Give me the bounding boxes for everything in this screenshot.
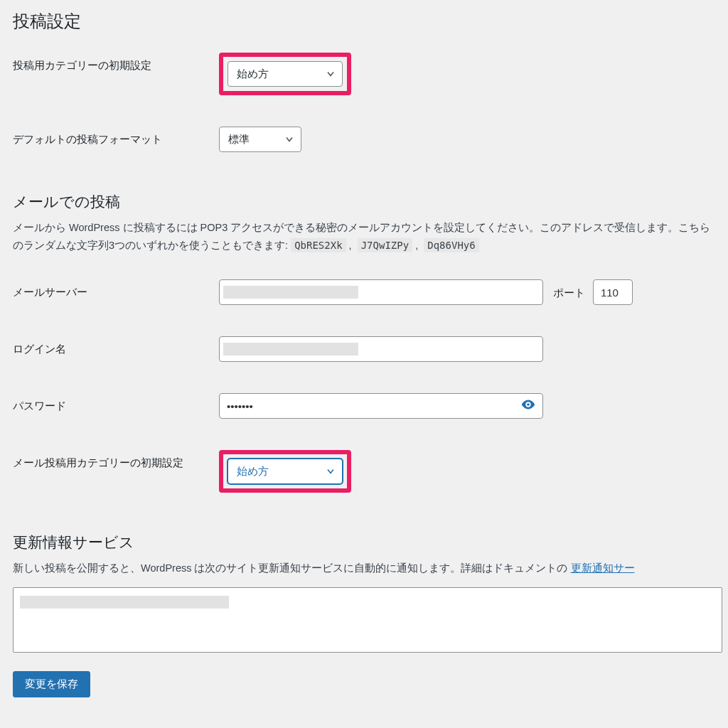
random-string-1: QbRES2Xk xyxy=(291,238,346,252)
mail-password-input[interactable] xyxy=(219,393,543,419)
services-heading: 更新情報サービス xyxy=(13,532,715,552)
redacted-block xyxy=(223,343,358,355)
mail-section-heading: メールでの投稿 xyxy=(13,192,715,212)
redacted-block xyxy=(20,596,229,609)
form-table-general: 投稿用カテゴリーの初期設定 始め方 デフォルトの投稿フォーマット 標準 xyxy=(13,37,715,168)
default-category-label: 投稿用カテゴリーの初期設定 xyxy=(13,37,219,111)
mail-login-label: ログイン名 xyxy=(13,321,219,378)
port-label: ポート xyxy=(553,287,585,299)
mail-port-input[interactable] xyxy=(593,279,633,305)
mail-category-select[interactable]: 始め方 xyxy=(228,459,343,484)
page-title: 投稿設定 xyxy=(13,0,715,37)
services-description: 新しい投稿を公開すると、WordPress は次のサイト更新通知サービスに自動的… xyxy=(13,560,715,577)
mail-section-description: メールから WordPress に投稿するには POP3 アクセスができる秘密の… xyxy=(13,219,715,254)
svg-point-0 xyxy=(527,404,530,407)
eye-icon[interactable] xyxy=(520,397,536,415)
mail-category-value: 始め方 xyxy=(237,465,269,477)
form-table-mail: メールサーバー ポート ログイン名 パスワード xyxy=(13,264,715,508)
random-string-3: Dq86VHy6 xyxy=(424,238,478,252)
random-string-2: J7QwIZPy xyxy=(358,238,412,252)
update-services-doc-link[interactable]: 更新通知サー xyxy=(571,562,635,574)
highlight-mail-category: 始め方 xyxy=(219,450,351,493)
chevron-down-icon xyxy=(284,134,295,145)
default-format-value: 標準 xyxy=(228,133,250,145)
mail-server-label: メールサーバー xyxy=(13,264,219,321)
highlight-default-category: 始め方 xyxy=(219,53,351,95)
mail-category-label: メール投稿用カテゴリーの初期設定 xyxy=(13,434,219,508)
redacted-block xyxy=(223,286,358,299)
chevron-down-icon xyxy=(325,68,336,80)
default-format-select[interactable]: 標準 xyxy=(219,127,301,152)
default-format-label: デフォルトの投稿フォーマット xyxy=(13,111,219,168)
save-button[interactable]: 変更を保存 xyxy=(13,671,90,697)
default-category-select[interactable]: 始め方 xyxy=(228,61,343,87)
default-category-value: 始め方 xyxy=(237,68,269,80)
mail-password-label: パスワード xyxy=(13,378,219,434)
chevron-down-icon xyxy=(325,466,336,477)
